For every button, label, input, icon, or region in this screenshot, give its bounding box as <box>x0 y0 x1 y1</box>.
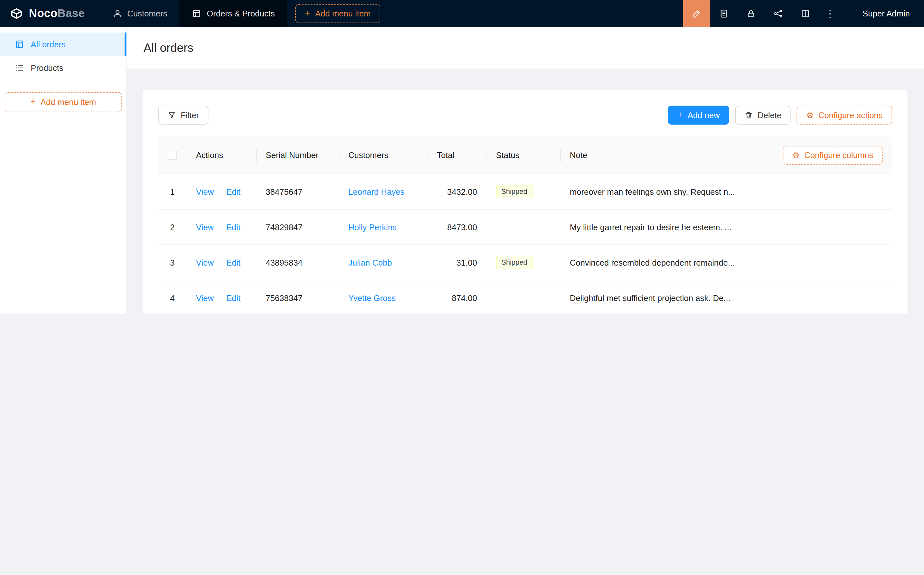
lock-button[interactable] <box>737 0 764 27</box>
add-menu-item-button-top[interactable]: + Add menu item <box>295 4 380 23</box>
sidebar-item-all-orders[interactable]: All orders <box>0 33 126 56</box>
top-navbar: NocoBase Customers Orders & Products + A… <box>0 0 924 27</box>
note-cell: moreover man feelings own shy. Request n… <box>560 187 892 196</box>
row-index: 1 <box>158 187 186 196</box>
nocobase-logo: NocoBase <box>0 0 100 27</box>
row-index: 4 <box>158 293 186 303</box>
configure-columns-label: Configure columns <box>804 150 873 160</box>
orders-table-card: Filter + Add new Delete <box>143 91 908 314</box>
total-cell: 8473.00 <box>427 222 486 232</box>
add-menu-item-label: Add menu item <box>41 98 96 107</box>
status-badge: Shipped <box>496 185 532 198</box>
logo-text: NocoBase <box>29 7 85 20</box>
note-cell: Convinced resembled dependent remainde..… <box>560 257 892 267</box>
configure-actions-button[interactable]: ⚙ Configure actions <box>797 106 892 125</box>
total-cell: 874.00 <box>427 293 486 303</box>
user-menu[interactable]: Super Admin <box>841 0 924 27</box>
delete-label: Delete <box>757 110 781 120</box>
customers-icon <box>112 9 122 18</box>
status-cell: Shipped <box>486 185 560 198</box>
sidebar-item-label: All orders <box>30 40 65 49</box>
actions-cell: ViewEdit <box>187 222 256 232</box>
configure-columns-button[interactable]: ⚙ Configure columns <box>783 146 883 165</box>
actions-cell: ViewEdit <box>187 257 256 267</box>
customer-cell: Julian Cobb <box>339 257 427 267</box>
api-button[interactable] <box>765 0 792 27</box>
table-body: 1 ViewEdit 38475647 Leonard Hayes 3432.0… <box>158 174 892 314</box>
divider <box>219 223 220 231</box>
divider <box>219 187 220 196</box>
more-button[interactable]: ⋮ <box>819 0 841 27</box>
serial-number-cell: 43895834 <box>256 257 339 267</box>
total-cell: 3432.00 <box>427 187 486 196</box>
row-index: 3 <box>158 257 186 267</box>
edit-link[interactable]: Edit <box>226 187 240 196</box>
actions-cell: ViewEdit <box>187 187 256 196</box>
delete-button[interactable]: Delete <box>735 106 791 125</box>
gear-icon: ⚙ <box>806 111 814 119</box>
orders-products-icon <box>192 9 201 18</box>
app: NocoBase Customers Orders & Products + A… <box>0 0 924 314</box>
column-header-customers: Customers <box>339 137 427 174</box>
orders-table: Actions Serial Number Customers Total St… <box>158 137 892 314</box>
status-cell: Shipped <box>486 256 560 269</box>
ui-editor-icon <box>692 9 701 18</box>
column-header-actions: Actions <box>187 137 256 174</box>
column-header-total: Total <box>427 137 486 174</box>
layout-icon <box>800 9 810 18</box>
filter-button[interactable]: Filter <box>158 106 208 125</box>
filter-label: Filter <box>181 110 199 120</box>
total-cell: 31.00 <box>427 257 486 267</box>
view-link[interactable]: View <box>196 222 214 232</box>
table-row: 3 ViewEdit 43895834 Julian Cobb 31.00 Sh… <box>158 245 892 280</box>
nav-item-customers[interactable]: Customers <box>100 0 179 27</box>
sidebar: All orders Products + Add menu item <box>0 27 127 314</box>
navbar-right: ⋮ Super Admin <box>683 0 924 27</box>
add-new-label: Add new <box>688 110 720 120</box>
serial-number-cell: 74829847 <box>256 222 339 232</box>
view-link[interactable]: View <box>196 257 214 267</box>
layout-button[interactable] <box>792 0 819 27</box>
plus-icon: + <box>305 9 310 18</box>
add-menu-item-label: Add menu item <box>315 9 371 18</box>
nav-item-orders-products[interactable]: Orders & Products <box>179 0 287 27</box>
configure-actions-label: Configure actions <box>818 110 883 120</box>
customer-link[interactable]: Yvette Gross <box>348 293 396 303</box>
plus-icon: + <box>30 98 36 107</box>
more-icon: ⋮ <box>825 7 835 20</box>
plus-icon: + <box>677 110 683 120</box>
actions-cell: ViewEdit <box>187 293 256 303</box>
sidebar-item-products[interactable]: Products <box>0 56 126 79</box>
edit-link[interactable]: Edit <box>226 257 240 267</box>
nav-item-label: Orders & Products <box>207 9 275 18</box>
filter-icon <box>168 111 176 119</box>
sidebar-item-label: Products <box>30 63 63 72</box>
customer-link[interactable]: Holly Perkins <box>348 222 397 232</box>
nocobase-logo-icon <box>10 6 24 21</box>
collections-icon <box>719 9 728 18</box>
page-header: All orders <box>127 27 924 68</box>
nav-item-label: Customers <box>127 9 167 18</box>
divider <box>219 294 220 302</box>
ui-editor-button[interactable] <box>683 0 710 27</box>
customer-link[interactable]: Julian Cobb <box>348 257 392 267</box>
products-icon <box>15 63 24 72</box>
customer-link[interactable]: Leonard Hayes <box>348 187 404 196</box>
add-new-button[interactable]: + Add new <box>668 106 729 125</box>
column-header-serial-number: Serial Number <box>256 137 339 174</box>
serial-number-cell: 75638347 <box>256 293 339 303</box>
edit-link[interactable]: Edit <box>226 293 240 303</box>
select-all-checkbox[interactable] <box>168 150 177 160</box>
edit-link[interactable]: Edit <box>226 222 240 232</box>
serial-number-cell: 38475647 <box>256 187 339 196</box>
status-badge: Shipped <box>496 256 532 269</box>
view-link[interactable]: View <box>196 187 214 196</box>
page-title: All orders <box>144 41 194 54</box>
all-orders-icon <box>15 40 24 49</box>
customer-cell: Holly Perkins <box>339 222 427 232</box>
table-row: 1 ViewEdit 38475647 Leonard Hayes 3432.0… <box>158 174 892 210</box>
collections-button[interactable] <box>710 0 737 27</box>
view-link[interactable]: View <box>196 293 214 303</box>
add-menu-item-button-side[interactable]: + Add menu item <box>5 92 122 112</box>
column-header-status: Status <box>486 137 560 174</box>
